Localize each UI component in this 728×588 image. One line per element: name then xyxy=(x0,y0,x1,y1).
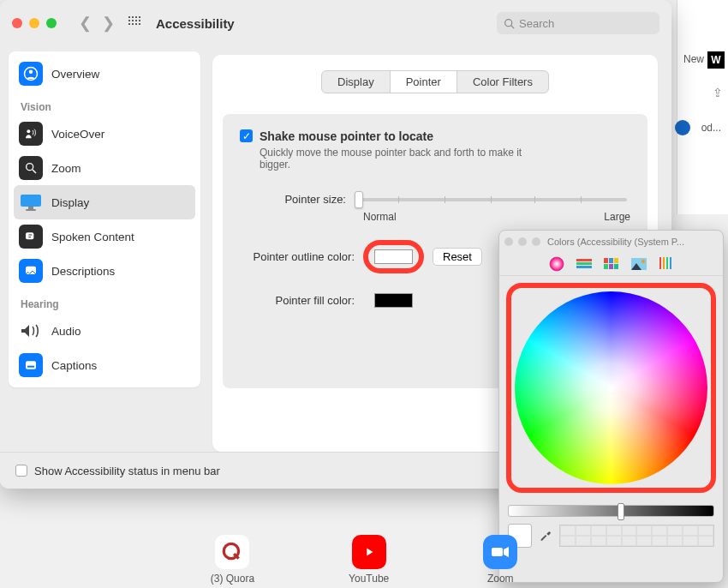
display-tabs: Display Pointer Color Filters xyxy=(321,70,549,93)
minimize-window-button[interactable] xyxy=(29,18,39,28)
forward-button[interactable]: ❯ xyxy=(97,14,120,33)
sidebar-item-label: Spoken Content xyxy=(51,231,134,243)
window-controls xyxy=(12,18,57,28)
svg-rect-31 xyxy=(670,257,671,269)
annotation-highlight-wheel xyxy=(506,283,716,493)
outline-color-label: Pointer outline color: xyxy=(240,250,363,263)
svg-point-0 xyxy=(505,19,512,26)
sidebar-item-label: Captions xyxy=(51,359,97,372)
svg-marker-36 xyxy=(504,547,509,557)
brightness-slider-knob[interactable] xyxy=(618,503,624,520)
sidebar-item-overview[interactable]: Overview xyxy=(14,57,195,91)
svg-line-1 xyxy=(511,25,514,27)
sidebar-item-audio[interactable]: Audio xyxy=(14,314,195,348)
sidebar-item-display[interactable]: Display xyxy=(14,185,195,219)
color-tab-image[interactable] xyxy=(628,255,650,273)
outline-color-swatch[interactable] xyxy=(374,249,413,264)
all-prefs-grid-icon[interactable] xyxy=(128,16,142,30)
dock-item-zoom[interactable]: Zoom xyxy=(483,535,517,585)
tab-pointer[interactable]: Pointer xyxy=(390,71,456,93)
zoom-icon xyxy=(19,156,43,180)
svg-point-4 xyxy=(27,129,30,133)
color-wheel-cursor[interactable] xyxy=(606,382,618,394)
sidebar-item-zoom[interactable]: Zoom xyxy=(14,151,195,185)
sidebar-item-label: VoiceOver xyxy=(51,128,104,141)
show-status-checkbox[interactable] xyxy=(15,465,27,477)
svg-rect-13 xyxy=(27,366,34,368)
fill-color-label: Pointer fill color: xyxy=(240,294,363,307)
svg-rect-23 xyxy=(609,264,613,269)
svg-rect-18 xyxy=(576,266,592,268)
svg-point-15 xyxy=(550,257,564,271)
svg-rect-17 xyxy=(576,262,592,265)
reset-button[interactable]: Reset xyxy=(433,248,482,266)
svg-rect-30 xyxy=(666,257,668,269)
pointer-size-label: Pointer size: xyxy=(240,193,355,206)
search-placeholder: Search xyxy=(519,17,554,30)
color-tab-wheel[interactable] xyxy=(546,255,568,273)
voiceover-icon xyxy=(19,122,43,146)
color-wheel[interactable] xyxy=(515,291,707,484)
dock-like-row: (3) Quora YouTube Zoom xyxy=(0,535,728,585)
search-icon xyxy=(504,18,515,29)
brightness-slider[interactable] xyxy=(508,505,714,517)
colors-close-button[interactable] xyxy=(504,237,513,246)
show-status-label: Show Accessibility status in menu bar xyxy=(34,465,220,477)
descriptions-icon xyxy=(19,259,43,283)
dock-item-quora[interactable]: (3) Quora xyxy=(211,535,254,585)
colors-titlebar: Colors (Accessibility (System P... xyxy=(499,231,723,252)
shake-pointer-checkbox[interactable] xyxy=(240,129,253,142)
svg-line-6 xyxy=(33,170,36,173)
colors-mode-tabs xyxy=(499,252,723,276)
section-header-vision: Vision xyxy=(14,91,195,117)
svg-rect-22 xyxy=(604,264,608,269)
fill-color-swatch[interactable] xyxy=(374,293,413,308)
svg-rect-20 xyxy=(609,258,613,263)
sidebar-item-voiceover[interactable]: VoiceOver xyxy=(14,117,195,151)
svg-rect-8 xyxy=(28,207,33,209)
overview-icon xyxy=(19,62,43,86)
search-input[interactable]: Search xyxy=(497,12,659,34)
svg-rect-7 xyxy=(21,195,41,207)
colors-minimize-button[interactable] xyxy=(518,237,527,246)
svg-rect-28 xyxy=(659,257,661,269)
tab-display[interactable]: Display xyxy=(322,71,390,93)
back-button[interactable]: ❮ xyxy=(74,14,97,33)
spoken-content-icon xyxy=(19,225,43,249)
dock-label: (3) Quora xyxy=(211,573,254,585)
annotation-highlight-outline xyxy=(363,240,424,273)
color-tab-sliders[interactable] xyxy=(573,255,595,273)
close-window-button[interactable] xyxy=(12,18,22,28)
fullscreen-window-button[interactable] xyxy=(46,18,57,28)
sidebar-item-captions[interactable]: Captions xyxy=(14,348,195,382)
sidebar-item-spoken-content[interactable]: Spoken Content xyxy=(14,219,195,254)
sidebar-item-label: Zoom xyxy=(51,162,81,175)
dock-item-youtube[interactable]: YouTube xyxy=(349,535,389,585)
color-tab-pencils[interactable] xyxy=(655,255,677,273)
shake-pointer-description: Quickly move the mouse pointer back and … xyxy=(260,147,551,171)
svg-rect-16 xyxy=(576,259,592,261)
svg-point-5 xyxy=(27,164,33,171)
dock-label: Zoom xyxy=(487,573,514,585)
sidebar-item-label: Descriptions xyxy=(51,265,115,278)
slider-min-label: Normal xyxy=(363,211,397,223)
bg-tab-new: New xyxy=(683,53,704,65)
tab-color-filters[interactable]: Color Filters xyxy=(456,71,548,93)
share-icon: ⇪ xyxy=(713,86,723,99)
slider-knob[interactable] xyxy=(355,191,363,208)
titlebar: ❮ ❯ Accessibility Search xyxy=(0,0,671,46)
svg-rect-29 xyxy=(663,257,665,269)
svg-rect-9 xyxy=(26,209,36,211)
svg-rect-10 xyxy=(26,232,33,239)
colors-fullscreen-button[interactable] xyxy=(532,237,540,246)
slider-max-label: Large xyxy=(604,211,630,223)
pointer-size-slider[interactable] xyxy=(355,198,627,201)
quora-icon xyxy=(215,535,249,569)
section-header-hearing: Hearing xyxy=(14,288,195,314)
color-tab-palettes[interactable] xyxy=(600,255,623,273)
youtube-icon xyxy=(352,535,386,569)
audio-icon xyxy=(19,319,43,343)
browser-tab-icon xyxy=(675,120,690,135)
sidebar-item-label: Display xyxy=(51,196,89,209)
sidebar-item-descriptions[interactable]: Descriptions xyxy=(14,254,195,288)
